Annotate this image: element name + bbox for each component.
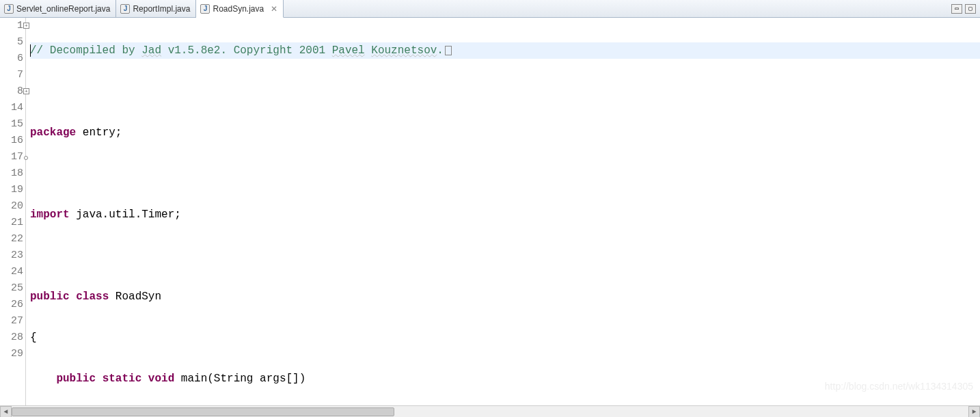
line-number[interactable]: 7: [0, 67, 23, 83]
line-number[interactable]: 6: [0, 51, 23, 67]
line-number[interactable]: 24: [0, 264, 23, 280]
code-area[interactable]: // Decompiled by Jad v1.5.8e2. Copyright…: [26, 18, 980, 405]
code-line[interactable]: [30, 247, 980, 264]
line-number[interactable]: 15: [0, 116, 23, 133]
tab-label: Servlet_onlineReport.java: [16, 4, 110, 14]
line-number[interactable]: 21: [0, 215, 23, 231]
tab-label: ReportImpl.java: [133, 4, 190, 14]
line-number[interactable]: 23: [0, 247, 23, 264]
editor: 1+ 5 6 7 8+ 14 15 16 17 18 19 20 21 22 2…: [0, 18, 980, 405]
line-number[interactable]: 28: [0, 329, 23, 346]
tab-reportimpl[interactable]: J ReportImpl.java: [116, 0, 196, 17]
override-marker-icon[interactable]: [24, 156, 28, 160]
line-gutter: 1+ 5 6 7 8+ 14 15 16 17 18 19 20 21 22 2…: [0, 18, 26, 405]
scroll-track[interactable]: [12, 406, 968, 418]
line-number[interactable]: 27: [0, 313, 23, 329]
tab-label: RoadSyn.java: [213, 4, 264, 14]
code-line[interactable]: // Decompiled by Jad v1.5.8e2. Copyright…: [30, 42, 980, 59]
java-file-icon: J: [200, 4, 210, 14]
line-number[interactable]: 17: [0, 149, 23, 165]
java-file-icon: J: [4, 4, 14, 14]
scroll-left-button[interactable]: ◄: [0, 406, 12, 418]
code-line[interactable]: {: [30, 329, 980, 346]
line-number[interactable]: 29: [0, 346, 23, 362]
line-number[interactable]: 25: [0, 280, 23, 297]
line-number[interactable]: 26: [0, 297, 23, 313]
line-number[interactable]: 5: [0, 34, 23, 51]
java-file-icon: J: [120, 4, 130, 14]
fold-expand-icon[interactable]: +: [23, 88, 29, 94]
line-number[interactable]: 19: [0, 182, 23, 198]
tab-roadsyn[interactable]: J RoadSyn.java ✕: [196, 0, 284, 18]
line-number[interactable]: 22: [0, 231, 23, 247]
line-number[interactable]: 16: [0, 133, 23, 149]
maximize-button[interactable]: ▢: [965, 4, 976, 14]
code-line[interactable]: [30, 83, 980, 100]
line-number[interactable]: 1+: [0, 18, 23, 34]
close-icon[interactable]: ✕: [271, 4, 277, 14]
line-number[interactable]: 18: [0, 165, 23, 182]
scroll-right-button[interactable]: ►: [968, 406, 980, 418]
line-end-marker: [445, 46, 452, 55]
code-line[interactable]: [30, 165, 980, 182]
tab-bar: J Servlet_onlineReport.java J ReportImpl…: [0, 0, 980, 18]
line-number[interactable]: 20: [0, 198, 23, 215]
fold-expand-icon[interactable]: +: [23, 23, 29, 29]
code-line[interactable]: package entry;: [30, 124, 980, 141]
horizontal-scrollbar: ◄ ►: [0, 405, 980, 417]
window-controls: ▭ ▢: [951, 0, 980, 17]
code-line[interactable]: public class RoadSyn: [30, 288, 980, 305]
minimize-button[interactable]: ▭: [951, 4, 962, 14]
line-number[interactable]: 8+: [0, 83, 23, 100]
tab-servlet-onlinereport[interactable]: J Servlet_onlineReport.java: [0, 0, 116, 17]
scroll-thumb[interactable]: [12, 407, 394, 416]
code-line[interactable]: public static void main(String args[]): [30, 371, 980, 387]
code-line[interactable]: import java.util.Timer;: [30, 206, 980, 223]
line-number[interactable]: 14: [0, 100, 23, 116]
